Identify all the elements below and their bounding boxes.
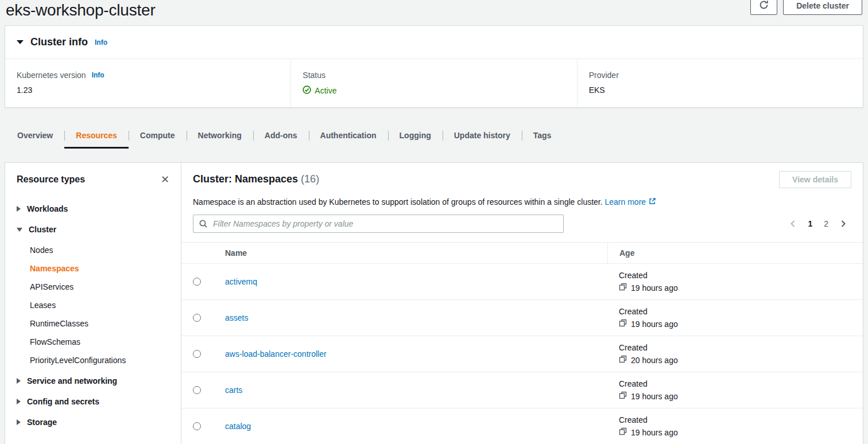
provider-field: Provider EKS (577, 59, 863, 107)
resource-types-title: Resource types (17, 174, 85, 185)
kubernetes-version-field: Kubernetes version Info 1.23 (5, 59, 290, 107)
tab[interactable]: Networking (187, 123, 253, 149)
age-column-header: Age (607, 243, 863, 263)
sidebar-item[interactable]: Leases (30, 301, 169, 310)
name-column-header: Name (214, 243, 607, 263)
table-row: carts Created 19 hours ago (181, 372, 863, 408)
header-actions: Delete cluster (750, 0, 862, 15)
kubernetes-version-info-link[interactable]: Info (92, 71, 104, 79)
tab-label: Compute (140, 131, 175, 140)
table-row: activemq Created 19 hours ago (181, 264, 863, 300)
learn-more-label: Learn more (605, 196, 646, 208)
sidebar-group-cluster[interactable]: Cluster (17, 225, 169, 234)
sidebar-item[interactable]: Namespaces (30, 264, 169, 273)
table-row: assets Created 19 hours ago (181, 300, 863, 336)
table-row: aws-load-balancer-controller Created 20 … (181, 336, 863, 372)
tab[interactable]: Authentication (309, 123, 388, 149)
resource-types-sidebar: Resource types ✕ Workloads Cluster Nodes… (5, 163, 181, 444)
tab[interactable]: Tags (522, 123, 563, 149)
sidebar-group-config-secrets[interactable]: Config and secrets (17, 397, 169, 406)
tab[interactable]: Compute (129, 123, 187, 149)
age-created-label: Created (619, 343, 851, 352)
refresh-button[interactable] (750, 0, 777, 15)
panel-title: Cluster: Namespaces (16) (193, 173, 319, 185)
namespace-link[interactable]: assets (225, 313, 248, 322)
tab-label: Tags (533, 131, 552, 140)
namespaces-panel: Cluster: Namespaces (16) View details Na… (181, 163, 863, 444)
filter-input[interactable] (193, 215, 564, 233)
sidebar-item[interactable]: Nodes (30, 246, 169, 255)
cluster-info-section: Cluster info Info Kubernetes version Inf… (5, 25, 863, 108)
tab[interactable]: Update history (443, 123, 522, 149)
tab-label: Add-ons (265, 131, 297, 140)
panel-description: Namespace is an abstraction used by Kube… (193, 196, 851, 208)
sidebar-group-storage[interactable]: Storage (17, 418, 169, 427)
sidebar-item[interactable]: FlowSchemas (30, 337, 169, 346)
row-radio-button[interactable] (193, 278, 201, 286)
row-radio-button[interactable] (193, 350, 201, 358)
learn-more-link[interactable]: Learn more (605, 196, 657, 208)
copy-icon[interactable] (619, 427, 627, 437)
external-link-icon (649, 196, 656, 208)
view-details-button[interactable]: View details (779, 171, 851, 188)
namespace-link[interactable]: aws-load-balancer-controller (225, 349, 327, 359)
namespace-link[interactable]: carts (225, 385, 242, 395)
sidebar-group-service-networking[interactable]: Service and networking (17, 376, 169, 385)
page-header: eks-workshop-cluster Delete cluster (0, 0, 868, 20)
cluster-info-header[interactable]: Cluster info Info (5, 26, 863, 59)
next-page-button[interactable] (840, 220, 847, 228)
tab[interactable]: Resources (64, 123, 129, 149)
collapse-caret-icon[interactable] (17, 40, 24, 44)
description-text: Namespace is an abstraction used by Kube… (193, 197, 603, 207)
cluster-info-info-link[interactable]: Info (95, 38, 107, 46)
row-radio-button[interactable] (193, 314, 201, 322)
table-row: catalog Created 19 hours ago (181, 408, 863, 444)
namespace-link[interactable]: catalog (225, 422, 251, 431)
resource-tree: Workloads Cluster Nodes Namespaces APISe… (5, 190, 181, 444)
tab-label: Authentication (320, 131, 377, 140)
caret-right-icon (17, 399, 21, 404)
delete-cluster-button[interactable]: Delete cluster (783, 0, 862, 15)
sidebar-item[interactable]: APIServices (30, 282, 169, 291)
tab[interactable]: Add-ons (253, 123, 309, 149)
tab-label: Overview (17, 131, 53, 140)
namespaces-table: Name Age activemq Created (181, 242, 863, 444)
refresh-icon (759, 0, 769, 11)
caret-right-icon (17, 206, 21, 212)
content-area: Resource types ✕ Workloads Cluster Nodes… (5, 162, 863, 444)
age-value: 20 hours ago (631, 356, 678, 365)
page-button-1[interactable]: 1 (808, 219, 812, 228)
sidebar-group-workloads[interactable]: Workloads (17, 204, 169, 213)
provider-label: Provider (589, 71, 619, 80)
caret-right-icon (17, 378, 21, 384)
copy-icon[interactable] (619, 355, 627, 365)
tab-label: Update history (454, 131, 510, 140)
cluster-group-items: Nodes Namespaces APIServices Leases Runt… (17, 246, 169, 365)
group-label: Storage (27, 418, 57, 427)
copy-icon[interactable] (619, 283, 627, 293)
page-button-2[interactable]: 2 (824, 219, 828, 228)
sidebar-item[interactable]: RuntimeClasses (30, 319, 169, 328)
copy-icon[interactable] (619, 391, 627, 401)
close-icon[interactable]: ✕ (161, 174, 169, 185)
previous-page-button[interactable] (789, 220, 796, 228)
age-created-label: Created (619, 271, 851, 280)
row-radio-button[interactable] (193, 386, 201, 394)
table-header-row: Name Age (181, 242, 863, 264)
tab-bar: Overview Resources Compute Networking Ad… (5, 123, 863, 149)
sidebar-item[interactable]: PriorityLevelConfigurations (30, 356, 169, 365)
status-active-icon (303, 85, 311, 96)
row-radio-button[interactable] (193, 422, 201, 430)
table-body: activemq Created 19 hours ago (181, 264, 863, 444)
status-value: Active (315, 86, 336, 95)
panel-title-text: Cluster: Namespaces (193, 173, 298, 185)
tab-label: Networking (198, 131, 242, 140)
namespace-link[interactable]: activemq (225, 277, 257, 286)
kubernetes-version-label: Kubernetes version (17, 71, 86, 80)
age-value: 19 hours ago (631, 320, 678, 329)
kubernetes-version-value: 1.23 (17, 85, 279, 95)
copy-icon[interactable] (619, 319, 627, 329)
tab[interactable]: Logging (388, 123, 443, 149)
tab[interactable]: Overview (6, 123, 64, 149)
page-title: eks-workshop-cluster (6, 1, 156, 20)
